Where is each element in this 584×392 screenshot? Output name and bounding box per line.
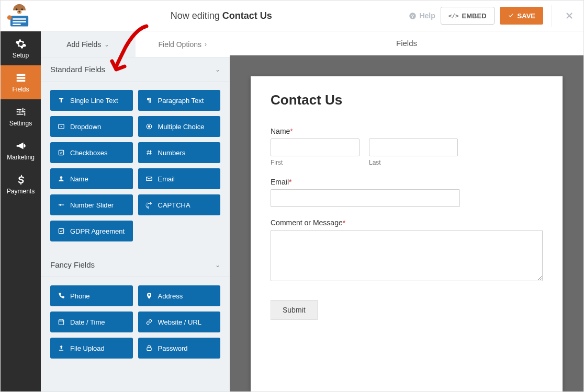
tab-options-label: Field Options: [159, 40, 201, 49]
field-name[interactable]: Name: [50, 168, 133, 189]
name-label: Name*: [271, 127, 543, 135]
gear-icon: [15, 38, 27, 50]
field-phone[interactable]: Phone: [50, 285, 133, 306]
fields-panel: Add Fields ⌄ Field Options › Standard Fi…: [41, 31, 230, 391]
field-website[interactable]: Website / URL: [138, 312, 221, 332]
embed-label: EMBED: [462, 12, 487, 20]
nav-marketing[interactable]: Marketing: [1, 133, 41, 167]
close-button[interactable]: [560, 7, 578, 25]
email-input[interactable]: [271, 189, 460, 207]
section-standard-fields[interactable]: Standard Fields ⌄: [41, 57, 230, 82]
editing-title: Now editing Contact Us: [33, 10, 409, 21]
field-label: Name: [70, 175, 88, 183]
embed-button[interactable]: </> EMBED: [441, 7, 495, 25]
form-title: Contact Us: [271, 92, 543, 108]
field-label: Checkboxes: [70, 149, 108, 157]
nav-setup-label: Setup: [13, 52, 29, 59]
save-label: SAVE: [518, 12, 535, 20]
help-button[interactable]: ? Help: [409, 11, 435, 20]
save-button[interactable]: SAVE: [500, 7, 543, 25]
first-sublabel: First: [271, 159, 360, 166]
nav-payments-label: Payments: [7, 188, 35, 195]
left-nav: Setup Fields Settings Marketing Payments: [1, 31, 41, 391]
email-label: Email*: [271, 178, 543, 186]
field-single-line-text[interactable]: Single Line Text: [50, 90, 133, 111]
email-field[interactable]: Email*: [271, 178, 543, 207]
svg-rect-3: [13, 24, 20, 25]
field-email[interactable]: Email: [138, 168, 221, 189]
field-file-upload[interactable]: File Upload: [50, 338, 133, 359]
field-label: Phone: [70, 292, 90, 300]
field-date-time[interactable]: Date / Time: [50, 312, 133, 332]
app-root: Now editing Contact Us ? Help </> EMBED …: [0, 0, 584, 392]
field-numbers[interactable]: Numbers: [138, 142, 221, 163]
message-field[interactable]: Comment or Message*: [271, 218, 543, 283]
panel-scroll[interactable]: Standard Fields ⌄ Single Line Text Parag…: [41, 57, 230, 391]
field-gdpr[interactable]: GDPR Agreement: [50, 221, 133, 241]
nav-fields[interactable]: Fields: [1, 65, 41, 99]
label-text: Name: [271, 127, 290, 135]
form-name-text: Contact Us: [222, 10, 272, 21]
nav-payments[interactable]: Payments: [1, 167, 41, 201]
name-field[interactable]: Name* First Last: [271, 127, 543, 166]
svg-rect-11: [16, 74, 25, 76]
nav-settings[interactable]: Settings: [1, 99, 41, 133]
field-label: CAPTCHA: [158, 201, 190, 209]
separator: [552, 5, 552, 27]
required-mark: *: [290, 127, 293, 135]
field-label: Password: [158, 344, 188, 352]
svg-rect-23: [59, 320, 63, 325]
center: Add Fields ⌄ Field Options › Standard Fi…: [41, 31, 583, 391]
field-address[interactable]: Address: [138, 285, 221, 306]
svg-point-21: [60, 204, 62, 206]
field-multiple-choice[interactable]: Multiple Choice: [138, 116, 221, 137]
form-canvas[interactable]: Contact Us Name* First Last: [251, 76, 563, 391]
main-area: Setup Fields Settings Marketing Payments: [1, 31, 583, 391]
chevron-down-icon: ⌄: [215, 66, 220, 73]
nav-setup[interactable]: Setup: [1, 31, 41, 65]
submit-button[interactable]: Submit: [271, 300, 318, 320]
wpforms-logo: [5, 3, 33, 29]
label-text: Comment or Message: [271, 218, 343, 227]
last-name-input[interactable]: [369, 139, 458, 156]
check-icon: [508, 13, 514, 19]
svg-point-5: [16, 8, 17, 10]
field-checkboxes[interactable]: Checkboxes: [50, 142, 133, 163]
field-label: Website / URL: [158, 318, 202, 326]
fancy-fields-grid: Phone Address Date / Time Website / URL …: [41, 277, 230, 370]
dollar-icon: [15, 174, 27, 186]
section-fancy-label: Fancy Fields: [50, 260, 95, 269]
preview-header: Fields: [230, 31, 583, 55]
field-captcha[interactable]: CAPTCHA: [138, 194, 221, 215]
preview-header-label: Fields: [396, 39, 417, 48]
code-icon: </>: [448, 13, 459, 19]
nav-fields-label: Fields: [12, 86, 29, 93]
close-icon: [565, 11, 574, 20]
field-number-slider[interactable]: Number Slider: [50, 194, 133, 215]
svg-point-6: [21, 8, 23, 10]
field-password[interactable]: Password: [138, 338, 221, 359]
tab-add-fields[interactable]: Add Fields ⌄: [41, 31, 136, 57]
tab-field-options[interactable]: Field Options ›: [136, 31, 230, 57]
first-name-input[interactable]: [271, 139, 360, 156]
standard-fields-grid: Single Line Text Paragraph Text Dropdown…: [41, 82, 230, 253]
message-label: Comment or Message*: [271, 218, 543, 227]
label-text: Email: [271, 178, 289, 186]
field-label: Dropdown: [70, 123, 101, 131]
field-label: Paragraph Text: [158, 97, 204, 105]
required-mark: *: [289, 178, 291, 186]
section-fancy-fields[interactable]: Fancy Fields ⌄: [41, 253, 230, 277]
field-label: Single Line Text: [70, 97, 118, 105]
svg-rect-13: [16, 79, 25, 82]
panel-tabs: Add Fields ⌄ Field Options ›: [41, 31, 230, 57]
field-label: Email: [158, 175, 175, 183]
chevron-down-icon: ⌄: [215, 261, 220, 269]
megaphone-icon: [15, 140, 27, 152]
sliders-icon: [15, 106, 27, 118]
field-paragraph-text[interactable]: Paragraph Text: [138, 90, 221, 111]
field-dropdown[interactable]: Dropdown: [50, 116, 133, 137]
nav-settings-label: Settings: [9, 120, 32, 127]
field-label: Multiple Choice: [158, 123, 205, 131]
last-sublabel: Last: [369, 159, 458, 166]
message-textarea[interactable]: [271, 230, 543, 281]
